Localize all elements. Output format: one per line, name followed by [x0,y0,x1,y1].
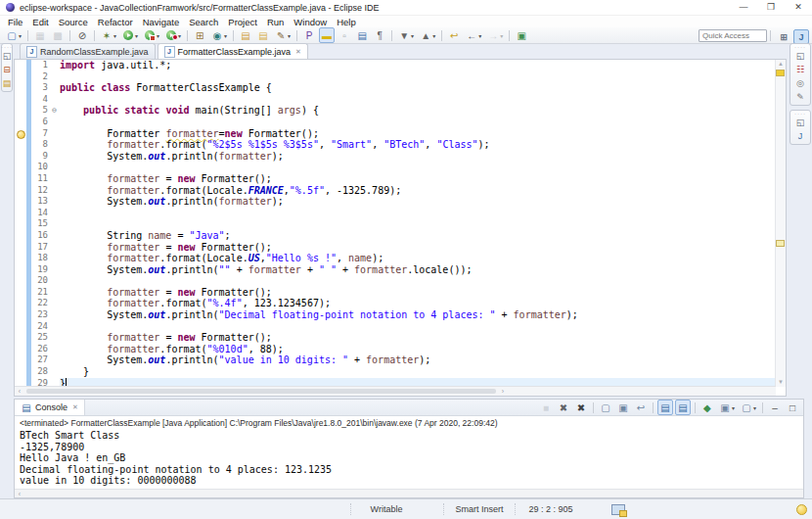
type-hierarchy-view-icon[interactable]: ⊟ [1,64,14,75]
overview-marker-pale[interactable] [776,240,785,247]
scroll-left-arrow-icon[interactable]: ‹ [15,491,24,497]
coverage-button[interactable]: ▾ [142,27,161,43]
run-button[interactable]: ▾ [120,27,140,43]
menu-help[interactable]: Help [332,17,361,27]
display-selected-console-dropdown[interactable]: ▣▾ [717,400,737,415]
code-line[interactable]: 24 [15,321,776,333]
scroll-lock-toggle[interactable]: ▣ [615,400,631,415]
code-line[interactable]: 28 } [15,366,776,378]
code-line[interactable]: 10 [15,162,776,173]
fold-collapse-icon[interactable]: ⊖ [49,105,60,117]
code-line[interactable]: 26 formatter.format("%010d", 88); [15,344,776,355]
code-line[interactable]: 23 System.out.println("Decimal floating-… [15,309,776,321]
code-line[interactable]: 7 Formatter formatter=new Formatter(); [15,128,776,140]
scroll-down-arrow-icon[interactable]: ▼ [776,378,786,387]
code-line[interactable]: 22 formatter.format("%.4f", 123.1234567)… [15,298,776,309]
console-tab[interactable]: ▤ Console ✕ [15,400,85,415]
console-horizontal-scrollbar[interactable]: ‹ [15,489,803,497]
menu-navigate[interactable]: Navigate [138,17,185,27]
code-line[interactable]: 18 formatter.format(Locale.US,"Hello %s … [15,253,776,264]
code-line[interactable]: 1import java.util.*; [15,60,776,71]
menu-run[interactable]: Run [262,17,289,27]
hscroll-thumb[interactable] [26,389,496,394]
code-line[interactable]: 5⊖ public static void main(String[] args… [15,105,776,117]
editor-vertical-scrollbar[interactable]: ▲ ▼ [775,60,786,387]
close-window-button[interactable]: ✕ [785,0,812,15]
scroll-right-arrow-icon[interactable]: › [498,388,508,395]
code-line[interactable]: 25 formatter = new Formatter(); [15,332,776,344]
open-external-file-button[interactable]: ▤ [354,27,370,43]
show-whitespace-toggle[interactable]: ¶ [372,27,387,43]
restore-window-button[interactable]: ❐ [757,0,785,15]
code-line[interactable]: 9 System.out.println(formatter); [15,151,776,163]
remove-launch-button[interactable]: ✖ [556,400,571,415]
code-line[interactable]: 4 [15,94,776,106]
java-perspective-button[interactable]: J [793,29,809,44]
menu-file[interactable]: File [3,17,27,27]
search-button[interactable]: ✎▾ [273,27,293,43]
restore-view-button[interactable]: ◱ [794,50,807,62]
code-line[interactable]: 15 [15,218,776,230]
back-button[interactable]: ←▾ [464,27,483,43]
show-stdout-when-changed-toggle[interactable]: ▤ [657,400,673,415]
external-tools-button[interactable]: ▾ [163,27,183,43]
menu-source[interactable]: Source [54,17,93,27]
scroll-up-arrow-icon[interactable]: ▲ [776,60,786,69]
code-line[interactable]: 17 formatter = new Formatter(); [15,242,776,254]
clear-console-button[interactable]: ▢ [598,400,613,415]
debug-button[interactable]: ✶▾ [99,27,118,43]
pin-console-toggle[interactable]: ◆ [699,400,715,415]
last-edit-location-button[interactable]: ↩ [446,27,462,43]
code-line[interactable]: 6 [15,117,776,128]
close-icon[interactable]: ✕ [295,48,301,56]
show-stderr-when-changed-toggle[interactable]: ▤ [675,400,691,415]
package-explorer-view-icon[interactable]: ▤ [1,77,14,89]
open-console-dropdown[interactable]: ▢▾ [739,400,758,415]
close-icon[interactable]: ✕ [72,403,78,411]
open-perspective-button[interactable]: ⊞ [776,29,791,44]
overview-warning-marker[interactable] [776,70,785,76]
open-plugin-artifact-button[interactable]: P [301,27,317,43]
minimize-view-button[interactable]: ‒ [767,400,783,415]
code-line[interactable]: 16 String name = "Java"; [15,230,776,242]
new-java-project-button[interactable]: ⊞ [192,27,207,43]
editor-tab[interactable]: JRandomClassExample.java [20,43,156,59]
new-wizard-dropdown[interactable]: ▢▾ [4,27,23,43]
code-area[interactable]: 1import java.util.*;23public class Forma… [15,60,776,387]
open-web-browser-button[interactable]: ◉▾ [209,27,229,43]
mark-occurrences-toggle[interactable]: ▬ [319,27,335,43]
code-line[interactable]: 2 [15,71,776,83]
ant-view-icon[interactable]: ◎ [794,77,807,89]
code-line[interactable]: 11 formatter = new Formatter(); [15,173,776,185]
junit-view-icon[interactable]: J [794,130,807,142]
open-new-window-button[interactable]: ▣ [514,27,529,43]
menu-window[interactable]: Window [289,17,332,27]
next-annotation-button[interactable]: ▼▾ [396,27,416,43]
restore-package-explorer-button[interactable]: ◱ [1,50,14,62]
open-resource-button[interactable]: ▤ [255,27,271,43]
minimize-window-button[interactable]: — [730,0,757,15]
code-line[interactable]: 27 System.out.println("value in 10 digit… [15,354,776,366]
editor-mode-icon[interactable] [611,504,625,515]
notification-lightbulb-icon[interactable] [796,504,807,515]
scroll-left-arrow-icon[interactable]: ‹ [15,388,24,395]
menu-project[interactable]: Project [223,17,262,27]
outline-view-icon[interactable]: ☷ [794,64,807,75]
open-type-button[interactable]: ▤ [238,27,253,43]
code-line[interactable]: 14 [15,208,776,219]
word-wrap-toggle[interactable]: ↩ [633,400,649,415]
console-output[interactable]: BTech Smart Class-1325,78900Hello Java !… [15,429,803,487]
menu-edit[interactable]: Edit [27,17,53,27]
editor-tab[interactable]: JFormatterClassExample.java✕ [158,43,308,59]
show-selected-element-button[interactable]: ▫ [337,27,352,43]
code-line[interactable]: 19 System.out.println("" + formatter + "… [15,264,776,276]
editor-horizontal-scrollbar[interactable]: ‹ › [15,386,776,396]
code-line[interactable]: 3public class FormatterClassExample { [15,82,776,94]
code-line[interactable]: 8 formatter.format("%2$5s %1$5s %3$5s", … [15,139,776,151]
menu-refactor[interactable]: Refactor [93,17,138,27]
restore-view-button[interactable]: ◱ [794,117,807,128]
menu-search[interactable]: Search [184,17,223,27]
task-list-view-icon[interactable]: ✎ [794,91,807,103]
remove-all-terminated-button[interactable]: ✖ [573,400,589,415]
maximize-view-button[interactable]: □ [785,400,800,415]
